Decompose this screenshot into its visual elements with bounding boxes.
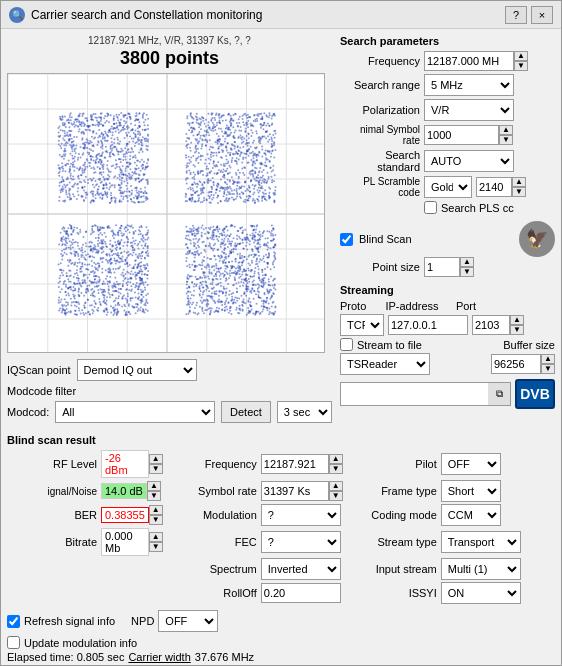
timer-select[interactable]: 3 sec [277, 401, 332, 423]
blind-scan-result-title: Blind scan result [7, 434, 555, 446]
min-symbol-down[interactable]: ▼ [499, 135, 513, 145]
fec-select[interactable]: ? [261, 531, 341, 553]
stream-type-select[interactable]: Transport [441, 531, 521, 553]
search-standard-row: Search standard AUTO [340, 149, 555, 173]
streaming-section: Streaming Proto IP-address Port TCP ▲ [340, 284, 555, 409]
constellation-info: 12187.921 MHz, V/R, 31397 Ks, ?, ? [7, 35, 332, 46]
proto-inputs-row: TCP ▲ ▼ [340, 314, 555, 336]
pilot-select[interactable]: OFF [441, 453, 501, 475]
rf-down[interactable]: ▼ [149, 464, 163, 474]
window-icon: 🔍 [9, 7, 25, 23]
pilot-label: Pilot [347, 458, 437, 470]
port-input[interactable] [472, 315, 510, 335]
detect-button[interactable]: Detect [221, 401, 271, 423]
search-params-title: Search parameters [340, 35, 555, 47]
port-down[interactable]: ▼ [510, 325, 524, 335]
pl-scramble-input[interactable] [476, 177, 512, 197]
stream-file-row: Stream to file Buffer size [340, 338, 555, 351]
proto-select[interactable]: TCP [340, 314, 384, 336]
freq-res-up[interactable]: ▲ [329, 454, 343, 464]
progress-copy-button[interactable]: ⧉ [488, 383, 510, 405]
frequency-result-group: ▲ ▼ [261, 454, 343, 474]
freq-res-down[interactable]: ▼ [329, 464, 343, 474]
buffer-size-down[interactable]: ▼ [541, 364, 555, 374]
symbol-rate-result-input[interactable] [261, 481, 329, 501]
pl-scramble-up[interactable]: ▲ [512, 177, 526, 187]
point-size-down[interactable]: ▼ [460, 267, 474, 277]
ber-up[interactable]: ▲ [149, 505, 163, 515]
search-range-select[interactable]: 5 MHz [424, 74, 514, 96]
frequency-down[interactable]: ▼ [514, 61, 528, 71]
bitrate-down[interactable]: ▼ [149, 542, 163, 552]
bitrate-up[interactable]: ▲ [149, 532, 163, 542]
frequency-input-group: ▲ ▼ [424, 51, 528, 71]
rolloff-input[interactable] [261, 583, 341, 603]
ber-down[interactable]: ▼ [149, 515, 163, 525]
search-pls-checkbox[interactable] [424, 201, 437, 214]
main-window: 🔍 Carrier search and Constellation monit… [0, 0, 562, 666]
sym-rate-up[interactable]: ▲ [329, 481, 343, 491]
carrier-width-link[interactable]: Carrier width [128, 651, 190, 663]
pl-scramble-down[interactable]: ▼ [512, 187, 526, 197]
blind-scan-checkbox[interactable] [340, 233, 353, 246]
modcode-select[interactable]: All [55, 401, 215, 423]
buffer-size-up[interactable]: ▲ [541, 354, 555, 364]
constellation-title: 3800 points [7, 48, 332, 69]
update-modulation-checkbox[interactable] [7, 636, 20, 649]
refresh-signal-label: Refresh signal info [24, 615, 115, 627]
title-bar-buttons: ? × [505, 6, 553, 24]
rolloff-label: RollOff [167, 587, 257, 599]
bitrate-spinner: ▲ ▼ [149, 532, 163, 552]
close-button[interactable]: × [531, 6, 553, 24]
pl-scramble-spinner: ▲ ▼ [512, 177, 526, 197]
sym-rate-down[interactable]: ▼ [329, 491, 343, 501]
search-pls-row: Search PLS cc [340, 201, 555, 214]
tsreader-select[interactable]: TSReader [340, 353, 430, 375]
issyi-label: ISSYI [347, 587, 437, 599]
point-size-up[interactable]: ▲ [460, 257, 474, 267]
min-symbol-up[interactable]: ▲ [499, 125, 513, 135]
port-up[interactable]: ▲ [510, 315, 524, 325]
sn-up[interactable]: ▲ [147, 481, 161, 491]
ip-input[interactable] [388, 315, 468, 335]
issyi-select[interactable]: ON [441, 582, 521, 604]
port-label: Port [448, 300, 484, 312]
frequency-result-input[interactable] [261, 454, 329, 474]
frame-type-select[interactable]: Short [441, 480, 501, 502]
npd-select[interactable]: OFF [158, 610, 218, 632]
refresh-signal-checkbox[interactable] [7, 615, 20, 628]
bitrate-label: Bitrate [7, 536, 97, 548]
pl-scramble-type-select[interactable]: Gold [424, 176, 472, 198]
point-size-input-group: ▲ ▼ [424, 257, 474, 277]
search-standard-select[interactable]: AUTO [424, 150, 514, 172]
spectrum-select[interactable]: Inverted [261, 558, 341, 580]
help-button[interactable]: ? [505, 6, 527, 24]
bitrate-group: 0.000 Mb ▲ ▼ [101, 528, 163, 556]
point-size-input[interactable] [424, 257, 460, 277]
tsreader-row: TSReader ▲ ▼ [340, 353, 555, 375]
sym-rate-spinner: ▲ ▼ [329, 481, 343, 501]
iqscan-select[interactable]: Demod IQ out [77, 359, 197, 381]
coding-mode-select[interactable]: CCM [441, 504, 501, 526]
blind-scan-row: Blind Scan 🦅 [340, 221, 555, 257]
npd-row: NPD OFF [131, 610, 218, 632]
buffer-size-spinner: ▲ ▼ [541, 354, 555, 374]
frequency-up[interactable]: ▲ [514, 51, 528, 61]
frequency-input[interactable] [424, 51, 514, 71]
min-symbol-rate-input[interactable] [424, 125, 499, 145]
sn-down[interactable]: ▼ [147, 491, 161, 501]
constellation-canvas [7, 73, 325, 353]
bottom-section: Blind scan result RF Level -26 dBm ▲ ▼ F… [1, 430, 561, 665]
polarization-select[interactable]: V/R [424, 99, 514, 121]
rf-up[interactable]: ▲ [149, 454, 163, 464]
stream-to-file-checkbox[interactable] [340, 338, 353, 351]
sn-spinner: ▲ ▼ [147, 481, 161, 501]
modulation-select[interactable]: ? [261, 504, 341, 526]
buffer-size-input[interactable] [491, 354, 541, 374]
input-stream-select[interactable]: Multi (1) [441, 558, 521, 580]
fec-label: FEC [167, 536, 257, 548]
rf-level-label: RF Level [7, 458, 97, 470]
progress-row: ⧉ DVB [340, 379, 555, 409]
refresh-signal-row: Refresh signal info [7, 615, 115, 628]
frequency-label: Frequency [340, 55, 420, 67]
